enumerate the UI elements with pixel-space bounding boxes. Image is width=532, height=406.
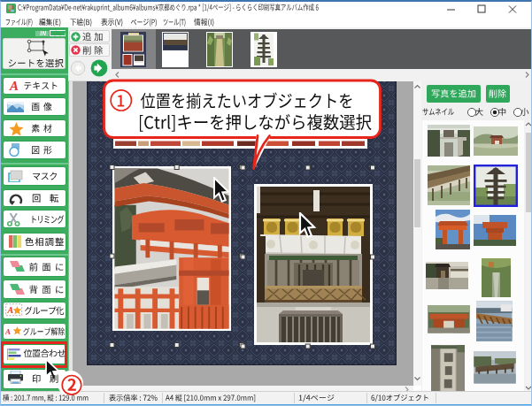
svg-text:A: A [7,305,14,315]
svg-text:A: A [5,326,11,335]
